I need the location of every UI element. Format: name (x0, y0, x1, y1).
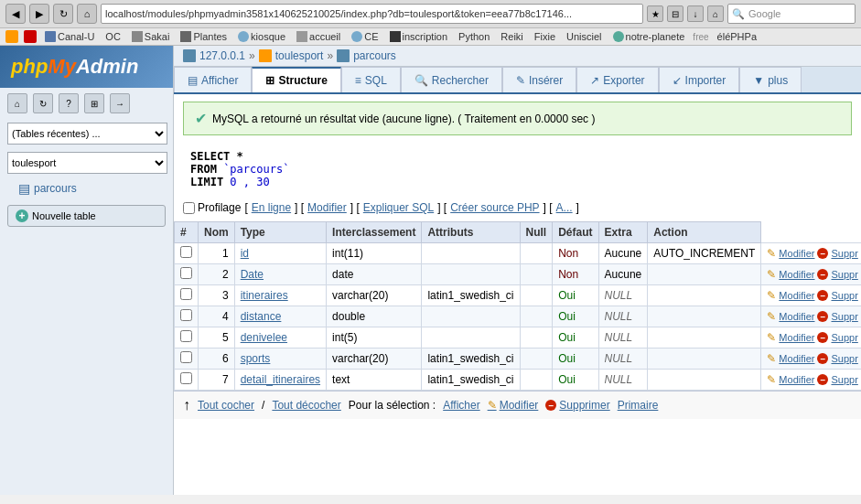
bottom-supprimer-link[interactable]: Supprimer (559, 399, 609, 412)
modifier-link[interactable]: Modifier (307, 201, 347, 214)
row-defaut: Aucune (598, 264, 648, 285)
field-name-link[interactable]: itineraires (241, 289, 288, 302)
modify-link[interactable]: Modifier (779, 332, 814, 343)
profilage-label[interactable]: Profilage (183, 201, 241, 214)
delete-link[interactable]: Suppr (831, 353, 857, 364)
address-bar[interactable]: localhost/modules/phpmyadmin3581x1406252… (101, 4, 643, 24)
tab-afficher[interactable]: ▤ Afficher (174, 67, 252, 92)
afficher-icon: ▤ (188, 74, 198, 87)
field-name-link[interactable]: denivelee (241, 331, 287, 344)
expliquer-sql-link[interactable]: Expliquer SQL (363, 201, 434, 214)
bookmark-notre-planete[interactable]: notre-planete (610, 30, 688, 43)
row-extra (648, 370, 761, 391)
refresh-button[interactable]: ↻ (53, 4, 73, 24)
modify-link[interactable]: Modifier (779, 248, 814, 259)
delete-link[interactable]: Suppr (831, 311, 857, 322)
row-checkbox[interactable] (180, 351, 192, 363)
delete-link[interactable]: Suppr (831, 269, 857, 280)
forward-button[interactable]: ▶ (29, 4, 49, 24)
tab-inserer[interactable]: ✎ Insérer (502, 67, 576, 92)
sidebar-home-btn[interactable]: ⌂ (7, 93, 27, 113)
bookmark-icon[interactable]: ⊟ (667, 5, 683, 22)
bookmark-kiosque[interactable]: kiosque (235, 30, 288, 43)
plantes-icon (180, 31, 191, 42)
star-icon[interactable]: ★ (647, 5, 663, 22)
row-checkbox[interactable] (180, 288, 192, 300)
bookmark-elephpa[interactable]: éléPHPa (715, 30, 759, 43)
notre-planete-icon (613, 31, 624, 42)
sidebar-exit-btn[interactable]: → (110, 93, 130, 113)
row-null: Non (553, 264, 598, 285)
tab-structure[interactable]: ⊞ Structure (252, 67, 340, 92)
breadcrumb-database[interactable]: toulesport (275, 49, 324, 62)
search-bar[interactable]: 🔍 Google (727, 4, 856, 24)
recent-tables-select[interactable]: (Tables récentes) ... (7, 123, 167, 145)
bottom-afficher-link[interactable]: Afficher (443, 399, 479, 412)
tout-cocher-link[interactable]: Tout cocher (198, 399, 254, 412)
bookmark-fixie[interactable]: Fixie (532, 30, 558, 43)
row-checkbox[interactable] (180, 330, 192, 342)
row-checkbox-cell (175, 370, 199, 391)
sidebar-refresh-btn[interactable]: ↻ (33, 93, 53, 113)
bookmark-ce[interactable]: CE (349, 30, 381, 43)
more-link[interactable]: A... (556, 201, 573, 214)
tab-plus[interactable]: ▼ plus (739, 67, 802, 92)
kiosque-icon (238, 31, 249, 42)
phpmyadmin-logo: phpMyAdmin (0, 46, 173, 88)
field-name-link[interactable]: sports (241, 352, 271, 365)
bookmark-unisciel[interactable]: Unisciel (564, 30, 605, 43)
menu-icon[interactable]: ⌂ (707, 5, 724, 22)
modify-link[interactable]: Modifier (779, 374, 814, 385)
field-name-link[interactable]: detail_itineraires (241, 373, 320, 386)
delete-link[interactable]: Suppr (831, 290, 857, 301)
bookmark-reiki[interactable]: Reiki (498, 30, 525, 43)
bottom-primaire-link[interactable]: Primaire (618, 399, 659, 412)
tab-importer[interactable]: ↙ Importer (659, 67, 740, 92)
bookmark-canal-u[interactable]: Canal-U (42, 30, 97, 43)
delete-link[interactable]: Suppr (831, 374, 857, 385)
sidebar-settings-btn[interactable]: ⊞ (84, 93, 104, 113)
field-name-link[interactable]: id (241, 247, 249, 260)
modify-link[interactable]: Modifier (779, 311, 814, 322)
download-icon[interactable]: ↓ (687, 5, 704, 22)
en-ligne-link[interactable]: En ligne (252, 201, 291, 214)
field-name-link[interactable]: Date (241, 268, 264, 281)
row-checkbox-cell (175, 264, 199, 285)
profilage-checkbox[interactable] (183, 202, 195, 214)
bottom-supprimer[interactable]: − Supprimer (545, 399, 609, 412)
row-action: ✎ Modifier − Suppr (761, 370, 861, 391)
database-select[interactable]: toulesport (7, 152, 167, 174)
bookmark-accueil[interactable]: accueil (294, 30, 343, 43)
modify-link[interactable]: Modifier (779, 269, 814, 280)
creer-source-link[interactable]: Créer source PHP (450, 201, 539, 214)
back-button[interactable]: ◀ (5, 4, 26, 24)
bookmark-sakai[interactable]: Sakai (129, 30, 173, 43)
row-checkbox[interactable] (180, 267, 192, 279)
sidebar-table-parcours[interactable]: ▤ parcours (0, 177, 173, 199)
bookmark-oc[interactable]: OC (102, 30, 124, 43)
tout-decocher-link[interactable]: Tout décocher (272, 399, 340, 412)
row-checkbox-cell (175, 327, 199, 349)
bottom-modifier-link[interactable]: ✎ Modifier (488, 399, 539, 412)
delete-link[interactable]: Suppr (831, 332, 857, 343)
nouvelle-table-button[interactable]: + Nouvelle table (7, 205, 166, 227)
delete-link[interactable]: Suppr (831, 248, 857, 259)
tab-exporter[interactable]: ↗ Exporter (576, 67, 658, 92)
row-checkbox[interactable] (180, 309, 192, 321)
tab-rechercher[interactable]: 🔍 Rechercher (401, 67, 502, 92)
bookmark-plantes[interactable]: Plantes (178, 30, 230, 43)
bookmark-inscription[interactable]: inscription (387, 30, 451, 43)
field-name-link[interactable]: distance (241, 310, 282, 323)
row-checkbox-cell (175, 243, 199, 264)
row-checkbox[interactable] (180, 246, 192, 258)
col-header-null: Null (520, 222, 553, 243)
sidebar-info-btn[interactable]: ? (59, 93, 79, 113)
breadcrumb-table[interactable]: parcours (353, 49, 396, 62)
modify-link[interactable]: Modifier (779, 353, 814, 364)
home-button[interactable]: ⌂ (77, 4, 97, 24)
row-checkbox[interactable] (180, 372, 192, 384)
bookmark-python[interactable]: Python (456, 30, 492, 43)
tab-sql[interactable]: ≡ SQL (341, 67, 401, 92)
modify-link[interactable]: Modifier (779, 290, 814, 301)
breadcrumb-server[interactable]: 127.0.0.1 (199, 49, 245, 62)
